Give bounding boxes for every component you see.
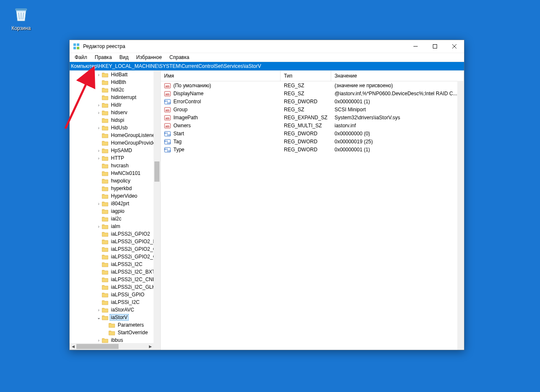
value-row[interactable]: 011110ErrorControlREG_DWORD0x00000001 (1… [161,97,464,105]
folder-icon [102,246,108,252]
menu-view[interactable]: Вид [116,54,132,61]
chevron-right-icon[interactable]: › [96,103,102,107]
value-data: SCSI Miniport [331,107,464,113]
folder-icon [102,155,108,161]
tree-item[interactable]: iaLPSS2i_I2C_GLK [70,283,154,291]
tree-item[interactable]: iaLPSS2i_I2C_CNL [70,276,154,283]
tree-item[interactable]: ›ialm [70,223,154,230]
value-row[interactable]: abDisplayNameREG_SZ@iastorv.inf,%*PNP060… [161,89,464,97]
tree-item[interactable]: hyperkbd [70,185,154,192]
tree-item[interactable]: HwNClx0101 [70,169,154,177]
value-row[interactable]: abGroupREG_SZSCSI Miniport [161,105,464,113]
tree-item[interactable]: ›iaStorAVC [70,306,154,314]
tree-item[interactable]: ›hidserv [70,109,154,116]
minimize-button[interactable] [406,40,425,53]
tree-item[interactable]: iaLPSS2i_I2C [70,260,154,268]
tree-item[interactable]: iaLPSS2i_GPIO2_BXT_P [70,238,154,245]
tree-item-label: HpSAMD [110,148,133,153]
desktop-icon-recycle-bin[interactable]: Корзина [5,3,37,31]
chevron-right-icon[interactable]: › [96,126,102,130]
tree-item[interactable]: iaLPSS2i_I2C_BXT_P [70,268,154,276]
value-row[interactable]: 011110TypeREG_DWORD0x00000001 (1) [161,145,464,153]
value-name: Group [173,107,187,113]
tree-item[interactable]: StartOverride [70,329,154,336]
col-header-name[interactable]: Имя [161,71,281,81]
values-vscrollbar[interactable] [457,81,464,350]
col-header-type[interactable]: Тип [281,71,331,81]
chevron-right-icon[interactable]: › [96,110,102,115]
tree-item[interactable]: iaLPSS2i_GPIO2_GLK [70,253,154,260]
desktop-icon-label: Корзина [5,25,37,31]
chevron-right-icon[interactable]: › [96,338,102,343]
window-title: Редактор реестра [83,43,406,49]
tree-item[interactable]: ›HidBatt [70,71,154,78]
tree-item[interactable]: ›HidIr [70,101,154,109]
chevron-down-icon[interactable]: ⌄ [96,315,102,320]
chevron-right-icon[interactable]: › [96,156,102,161]
value-row[interactable]: ab(По умолчанию)REG_SZ(значение не присв… [161,81,464,89]
recycle-bin-icon [11,3,31,24]
titlebar[interactable]: Редактор реестра [70,40,464,53]
tree-item-label: HomeGroupListener [110,132,154,138]
tree-hscrollbar[interactable]: ◀ ▶ [70,343,154,350]
chevron-right-icon[interactable]: › [96,148,102,153]
tree-item[interactable]: ⌄iaStorV [70,314,154,321]
tree-item[interactable]: hidi2c [70,86,154,94]
tree-item[interactable]: hwpolicy [70,177,154,185]
menu-edit[interactable]: Правка [92,54,116,61]
tree-item[interactable]: iaLPSS2i_GPIO2_CNL [70,245,154,253]
chevron-right-icon[interactable]: › [96,201,102,206]
col-header-data[interactable]: Значение [331,71,464,81]
chevron-right-icon[interactable]: › [96,224,102,229]
menu-favorites[interactable]: Избранное [133,54,165,61]
tree-item[interactable]: HidBth [70,78,154,86]
tree-item[interactable]: ›HTTP [70,154,154,162]
value-row[interactable]: 011110StartREG_DWORD0x00000000 (0) [161,129,464,137]
tree-item[interactable]: hidinterrupt [70,94,154,101]
tree-item[interactable]: hidspi [70,116,154,124]
value-name: Owners [173,123,191,129]
tree-item[interactable]: hvcrash [70,162,154,169]
tree-vscrollbar[interactable] [154,71,160,343]
registry-tree[interactable]: ›HidBattHidBthhidi2chidinterrupt›HidIr›h… [70,71,154,343]
tree-item[interactable]: iaLPSSi_GPIO [70,291,154,298]
tree-item-label: hyperkbd [110,185,132,191]
tree-item[interactable]: ›i8042prt [70,200,154,207]
tree-item[interactable]: iaLPSSi_I2C [70,298,154,306]
value-row[interactable]: abOwnersREG_MULTI_SZiastorv.inf [161,121,464,129]
menu-help[interactable]: Справка [166,54,193,61]
tree-item[interactable]: HomeGroupListener [70,132,154,139]
tree-item[interactable]: ›HpSAMD [70,147,154,154]
address-bar[interactable]: Компьютер\HKEY_LOCAL_MACHINE\SYSTEM\Curr… [70,62,464,70]
values-list: ab(По умолчанию)REG_SZ(значение не присв… [161,81,464,153]
tree-item[interactable]: ›ibbus [70,336,154,343]
content-area: ›HidBattHidBthhidi2chidinterrupt›HidIr›h… [70,70,464,350]
tree-pane: ›HidBattHidBthhidi2chidinterrupt›HidIr›h… [70,71,161,350]
close-button[interactable] [445,40,464,53]
tree-item[interactable]: iaLPSS2i_GPIO2 [70,230,154,238]
value-data: 0x00000000 (0) [331,131,464,137]
maximize-button[interactable] [425,40,445,53]
tree-hscroll-thumb[interactable] [76,344,119,349]
tree-vscroll-thumb[interactable] [154,161,159,182]
tree-item-label: StartOverride [117,330,148,336]
chevron-right-icon[interactable]: › [96,72,102,77]
menu-file[interactable]: Файл [71,54,91,61]
hscroll-left-icon[interactable]: ◀ [70,343,76,350]
binary-value-icon: 011110 [164,130,171,137]
column-headers[interactable]: Имя Тип Значение [161,71,464,81]
tree-item[interactable]: ›HidUsb [70,124,154,132]
tree-item-label: iaLPSS2i_GPIO2_CNL [110,246,154,252]
tree-item-label: iaStorAVC [110,307,135,313]
tree-item[interactable]: iai2c [70,215,154,223]
hscroll-right-icon[interactable]: ▶ [147,343,154,350]
tree-item[interactable]: HomeGroupProvider [70,139,154,147]
regedit-app-icon [73,43,80,50]
tree-item[interactable]: Parameters [70,321,154,329]
tree-item[interactable]: HyperVideo [70,192,154,200]
chevron-right-icon[interactable]: › [96,308,102,312]
value-row[interactable]: 011110TagREG_DWORD0x00000019 (25) [161,137,464,145]
value-row[interactable]: abImagePathREG_EXPAND_SZSystem32\drivers… [161,113,464,121]
tree-item[interactable]: iagpio [70,207,154,215]
svg-rect-2 [73,43,76,46]
